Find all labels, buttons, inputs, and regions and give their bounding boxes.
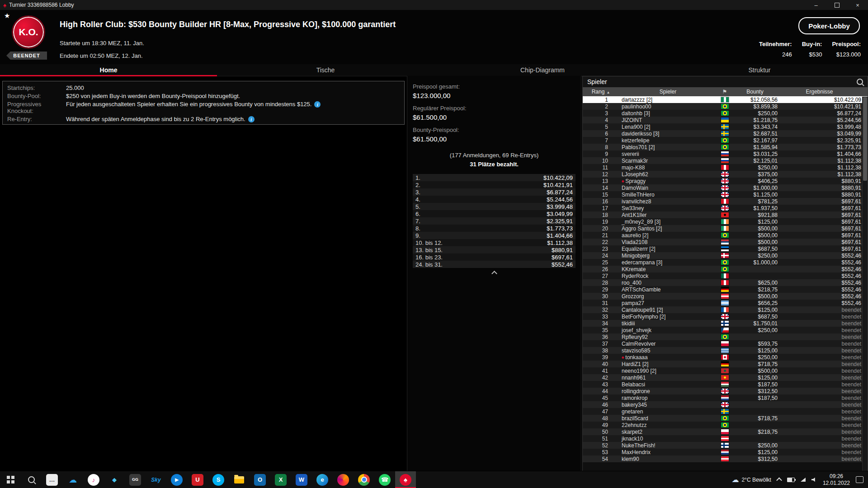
maximize-button[interactable] [826,0,847,10]
taskbar-clock[interactable]: 09:26 12.01.2022 [823,473,850,487]
table-row[interactable]: 25 edercampana [3] $1.000,00 $552,46 [583,259,868,266]
table-row[interactable]: 27 RyderRock $552,46 [583,272,868,279]
column-result[interactable]: Ergebnisse [778,89,861,95]
table-row[interactable]: 33 BetForNympho [2] $687,50 beendet [583,313,868,320]
table-row[interactable]: 2 paulinhoo00 $3.859,38 $10.421,91 [583,103,868,110]
table-row[interactable]: 13 ♠ Spraggy $406,25 $880,91 [583,178,868,184]
table-row[interactable]: 1 dartazzzz [2] $12.058,56 $10.422,09 [583,96,868,103]
network-icon[interactable] [801,478,806,482]
table-row[interactable]: 15 SmilleThHero $1.125,00 $880,91 [583,191,868,198]
firefox-icon[interactable] [333,471,354,488]
word-icon[interactable]: W [291,471,312,488]
table-row[interactable]: 17 Sw33ney $1.937,50 $697,61 [583,205,868,211]
table-row[interactable]: 36 Rpfleury92 beendet [583,333,868,340]
table-row[interactable]: 39 ♠ tonkaaaa $250,00 beendet [583,354,868,361]
table-row[interactable]: 52 NukeTheFish! $250,00 beendet [583,442,868,449]
table-row[interactable]: 35 josef_shvejk $250,00 beendet [583,327,868,333]
table-row[interactable]: 5 Lena900 [2] $3.343,74 $3.999,48 [583,123,868,130]
tab-tische[interactable]: Tische [217,64,434,76]
notification-center-icon[interactable] [856,476,863,483]
edge-icon[interactable]: e [312,471,333,488]
tab-home[interactable]: Home [0,64,217,76]
table-row[interactable]: 24 Minigobjerg $250,00 $552,46 [583,252,868,259]
table-row[interactable]: 8 Pablos701 [2] $1.585,94 $1.773,73 [583,144,868,150]
table-row[interactable]: 30 Grozzorg $500,00 $552,46 [583,293,868,300]
table-row[interactable]: 6 davideriksso [3] $2.687,51 $3.049,99 [583,130,868,137]
column-bounty[interactable]: Bounty [732,89,778,95]
dev-diamond-icon[interactable]: ◆ [104,471,125,488]
table-row[interactable]: 42 nnanh961 $125,00 beendet [583,374,868,381]
table-row[interactable]: 43 Belabacsi $187,50 beendet [583,381,868,388]
info-icon[interactable]: i [248,116,255,122]
table-row[interactable]: 18 Ant1K1ller $921,88 $697,61 [583,211,868,218]
table-row[interactable]: 14 DamoWain $1.000,00 $880,91 [583,184,868,191]
table-row[interactable]: 54 klem90 $312,50 beendet [583,455,868,462]
table-row[interactable]: 28 roo_400 $625,00 $552,46 [583,279,868,286]
table-row[interactable]: 53 MaxHendrix $125,00 beendet [583,449,868,455]
players-scrollbar[interactable] [862,97,868,471]
table-row[interactable]: 26 KKremate $552,46 [583,266,868,272]
table-row[interactable]: 37 CalmRevolver $593,75 beendet [583,340,868,347]
table-row[interactable]: 10 Scarmak3r $2.125,01 $1.112,38 [583,157,868,164]
table-row[interactable]: 44 rollingdrone $312,50 beendet [583,388,868,394]
u-app-icon[interactable]: U [187,471,208,488]
video-icon[interactable]: ▶ [166,471,187,488]
table-row[interactable]: 51 jknack10 beendet [583,435,868,442]
poker-lobby-button[interactable]: Poker-Lobby [798,17,860,34]
table-row[interactable]: 23 Equalizerrr [2] $687,50 $697,61 [583,245,868,252]
table-row[interactable]: 22 Vlada2108 $500,00 $697,61 [583,239,868,245]
weather-widget[interactable]: ☁ 2°C Bewölkt [731,475,771,484]
table-row[interactable]: 29 ARTSchGamble $218,75 $552,46 [583,286,868,293]
table-row[interactable]: 38 stavziso585 $125,00 beendet [583,347,868,354]
table-row[interactable]: 46 bakery345 beendet [583,401,868,408]
table-row[interactable]: 31 pampa27 $656,25 $552,46 [583,300,868,306]
tab-struktur[interactable]: Struktur [651,64,868,76]
column-rank[interactable]: Rang▲ [583,89,619,95]
table-row[interactable]: 47 gnetaren beendet [583,408,868,415]
pokerstars-icon[interactable]: ♠ [395,471,416,488]
favorite-star-icon[interactable]: ★ [4,12,10,20]
volume-icon[interactable] [811,478,817,482]
table-row[interactable]: 11 majo-K88 $250,00 $1.112,38 [583,164,868,171]
payout-scroll-up[interactable] [413,269,576,277]
table-row[interactable]: 50 skarpet2 $218,75 beendet [583,428,868,435]
table-row[interactable]: 20 Aggro Santos [2] $500,00 $697,61 [583,225,868,232]
table-row[interactable]: 7 ketzerfelipe $2.167,97 $2.325,91 [583,137,868,144]
cloud-app-icon[interactable]: ☁ [62,471,83,488]
tab-chip-diagramm[interactable]: Chip-Diagramm [434,64,651,76]
table-row[interactable]: 9 svererii $3.031,25 $1.404,66 [583,150,868,157]
table-row[interactable]: 12 LJoseph62 $375,00 $1.112,38 [583,171,868,178]
column-player[interactable]: Spieler [619,89,717,95]
table-row[interactable]: 34 tikidiii $1.750,01 beendet [583,320,868,327]
chat-icon[interactable]: … [42,471,62,488]
battery-icon[interactable] [787,478,795,482]
scrollbar-thumb[interactable] [863,97,867,181]
table-row[interactable]: 48 brazil5card $718,75 beendet [583,415,868,422]
hidden-icons-chevron-icon[interactable] [776,478,782,483]
close-button[interactable]: × [847,0,868,10]
column-flag flag-icon[interactable]: ⚑ [717,89,732,95]
music-icon[interactable]: ♪ [83,471,104,488]
search-icon[interactable] [857,79,863,85]
file-explorer-icon[interactable] [229,471,250,488]
table-row[interactable]: 19 _m0ney2_89 [3] $125,00 $697,61 [583,218,868,225]
gg-icon[interactable]: GG [125,471,146,488]
table-row[interactable]: 4 JIZOINT $1.218,75 $5.244,56 [583,117,868,123]
skype-icon[interactable]: S [208,471,229,488]
sky-icon[interactable]: Sky [146,471,166,488]
table-row[interactable]: 21 aaurelio [2] $500,00 $697,61 [583,232,868,239]
outlook-icon[interactable]: O [250,471,270,488]
table-row[interactable]: 41 neeno1990 [2] $500,00 beendet [583,367,868,374]
table-row[interactable]: 45 ramonkrop $187,50 beendet [583,394,868,401]
table-row[interactable]: 49 22ehnutzz beendet [583,422,868,428]
info-icon[interactable]: i [314,101,321,108]
table-row[interactable]: 40 HardiZ1 [2] $718,75 beendet [583,361,868,367]
minimize-button[interactable]: – [806,0,826,10]
start-icon[interactable] [0,471,21,488]
whatsapp-icon[interactable]: ☎ [374,471,395,488]
excel-icon[interactable]: X [270,471,291,488]
search-icon[interactable] [21,471,42,488]
table-row[interactable]: 16 ivanvilchez8 $781,25 $697,61 [583,198,868,205]
chrome-icon[interactable] [354,471,374,488]
table-row[interactable]: 32 Cantaloupe91 [2] $125,00 beendet [583,306,868,313]
